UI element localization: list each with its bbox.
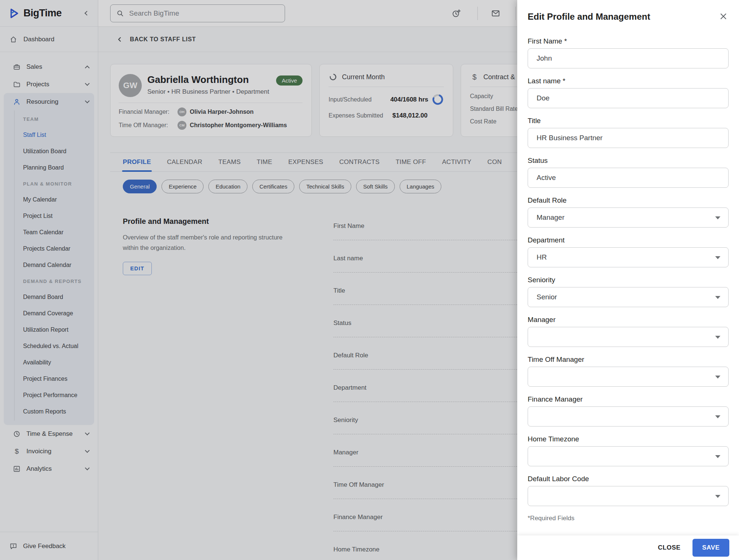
first-name-input[interactable] <box>528 48 729 68</box>
close-icon[interactable] <box>718 11 729 22</box>
field-department: Department <box>528 236 729 267</box>
close-button[interactable]: CLOSE <box>658 544 681 551</box>
field-first-name: First Name * <box>528 37 729 68</box>
status-input[interactable] <box>528 168 729 188</box>
finance-manager-select[interactable] <box>528 406 729 427</box>
title-input[interactable] <box>528 128 729 148</box>
default-role-select[interactable] <box>528 207 729 228</box>
home-timezone-select[interactable] <box>528 446 729 466</box>
save-button[interactable]: SAVE <box>692 539 729 557</box>
field-status: Status <box>528 157 729 188</box>
field-title: Title <box>528 117 729 148</box>
default-labor-code-select[interactable] <box>528 486 729 506</box>
department-select[interactable] <box>528 247 729 267</box>
field-finance-manager: Finance Manager <box>528 395 729 427</box>
drawer-title: Edit Profile and Management <box>528 11 718 22</box>
drawer-footer: CLOSE SAVE <box>517 535 739 560</box>
app-root: BigTime Dashboard Sales <box>0 0 739 560</box>
field-default-role: Default Role <box>528 196 729 228</box>
field-manager: Manager <box>528 316 729 347</box>
field-timeoff-manager: Time Off Manager <box>528 355 729 387</box>
field-seniority: Seniority <box>528 276 729 307</box>
drawer-fields: First Name * Last name * Title Status De… <box>528 37 729 522</box>
field-last-name: Last name * <box>528 77 729 108</box>
timeoff-manager-select[interactable] <box>528 367 729 387</box>
required-fields-note: *Required Fields <box>528 515 729 522</box>
edit-profile-drawer: Edit Profile and Management First Name *… <box>517 0 739 560</box>
seniority-select[interactable] <box>528 287 729 307</box>
last-name-input[interactable] <box>528 88 729 108</box>
manager-select[interactable] <box>528 327 729 347</box>
field-home-timezone: Home Timezone <box>528 435 729 466</box>
field-default-labor-code: Default Labor Code <box>528 475 729 506</box>
